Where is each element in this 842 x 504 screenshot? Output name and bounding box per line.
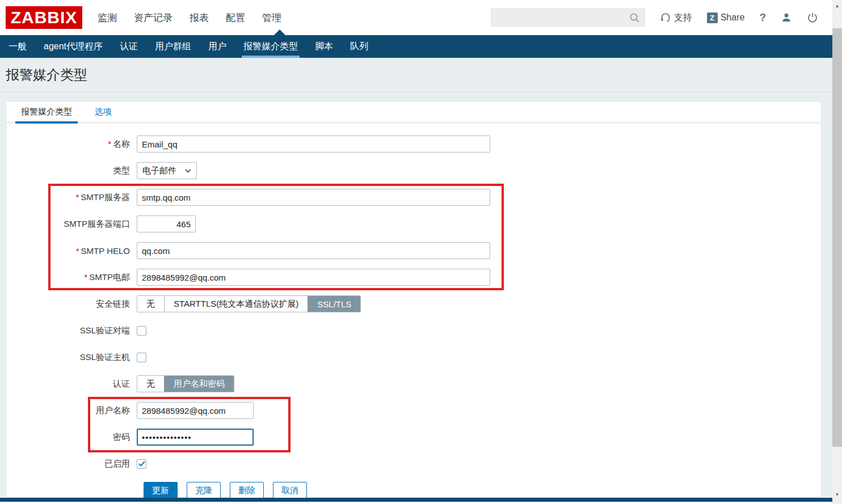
auth-segmented: 无 用户名和密码 [137,375,234,392]
subnav-media-types[interactable]: 报警媒介类型 [235,35,306,58]
type-select-value: 电子邮件 [142,166,176,176]
scrollbar-thumb[interactable] [832,28,842,447]
required-asterisk: * [84,272,87,282]
enabled-label: 已启用 [6,459,137,469]
ssl-verify-host-label: SSL验证主机 [6,352,137,363]
user-icon [781,12,792,23]
username-input[interactable] [137,402,254,419]
subnav-scripts[interactable]: 脚本 [306,35,342,58]
password-label: 密码 [6,432,137,443]
smtp-email-input[interactable] [137,269,490,286]
ssl-verify-host-row: SSL验证主机 [6,349,821,366]
auth-option-userpass[interactable]: 用户名和密码 [164,376,234,392]
profile-button[interactable] [781,12,792,23]
support-label: 支持 [674,12,692,24]
auth-row: 认证 无 用户名和密码 [6,375,821,392]
nav-configuration[interactable]: 配置 [226,11,245,24]
check-icon [138,461,145,467]
security-option-ssltls[interactable]: SSL/TLS [308,296,360,312]
smtp-port-input[interactable] [137,215,196,232]
subnav-user-groups[interactable]: 用户群组 [146,35,200,58]
required-asterisk: * [76,246,79,256]
search-input[interactable] [491,9,645,26]
logout-button[interactable] [807,12,818,23]
page-title: 报警媒介类型 [6,66,87,84]
smtp-server-row: *SMTP服务器 [6,189,821,206]
name-input[interactable] [137,135,490,153]
username-label: 用户名称 [6,405,137,416]
type-row: 类型 电子邮件 [6,162,821,179]
zabbix-app: ZABBIX 监测 资产记录 报表 配置 管理 [0,0,842,504]
enabled-checkbox[interactable] [137,459,146,469]
smtp-email-label: *SMTP电邮 [6,272,137,283]
smtp-email-row: *SMTP电邮 [6,269,821,286]
subnav-users[interactable]: 用户 [200,35,235,58]
active-nav-arrow [274,29,285,35]
smtp-helo-label: *SMTP HELO [6,246,137,256]
smtp-server-label: *SMTP服务器 [6,192,137,203]
security-label: 安全链接 [6,299,137,310]
zabbix-share-icon: Z [707,12,718,23]
scroll-down-arrow[interactable]: ▼ [832,490,842,499]
password-input[interactable] [137,429,254,446]
header-actions: 支持 Z Share ? [491,0,818,35]
nav-monitoring[interactable]: 监测 [98,11,117,24]
type-label: 类型 [6,166,137,176]
subnav-general[interactable]: 一般 [0,35,35,58]
smtp-helo-row: *SMTP HELO [6,242,821,259]
title-band: 报警媒介类型 [0,58,832,92]
enabled-row: 已启用 [6,455,821,472]
media-type-form: *名称 类型 电子邮件 *SMTP服务器 SMTP服务器端口 [6,123,821,499]
main-nav: 监测 资产记录 报表 配置 管理 [98,0,281,35]
smtp-port-row: SMTP服务器端口 [6,215,821,232]
ssl-verify-peer-label: SSL验证对端 [6,325,137,336]
bottom-bar [0,498,832,502]
update-button[interactable]: 更新 [144,482,178,499]
type-select[interactable]: 电子邮件 [137,162,197,179]
auth-option-none[interactable]: 无 [137,376,164,392]
security-row: 安全链接 无 STARTTLS(纯文本通信协议扩展) SSL/TLS [6,295,821,312]
smtp-port-label: SMTP服务器端口 [6,219,137,230]
subnav-queue[interactable]: 队列 [342,35,377,58]
tabbar: 报警媒介类型 选项 [6,101,821,123]
username-row: 用户名称 [6,402,821,419]
auth-label: 认证 [6,379,137,389]
scrollbar[interactable]: ▲ ▼ [832,0,842,504]
name-label: *名称 [6,139,137,150]
security-option-none[interactable]: 无 [137,296,164,312]
form-actions: 更新 克隆 删除 取消 [144,482,821,499]
support-link[interactable]: 支持 [660,12,692,24]
zabbix-logo[interactable]: ZABBIX [6,6,82,29]
nav-reports[interactable]: 报表 [190,11,209,24]
media-type-card: 报警媒介类型 选项 *名称 类型 电子邮件 *SMTP服务器 [6,101,822,498]
required-asterisk: * [108,139,111,149]
scroll-up-arrow[interactable]: ▲ [832,1,842,11]
help-button[interactable]: ? [759,11,766,24]
tab-media-type[interactable]: 报警媒介类型 [15,101,78,123]
ssl-verify-peer-row: SSL验证对端 [6,322,821,339]
security-segmented: 无 STARTTLS(纯文本通信协议扩展) SSL/TLS [137,295,361,312]
security-option-starttls[interactable]: STARTTLS(纯文本通信协议扩展) [164,296,308,312]
admin-subnav: 一般 agent代理程序 认证 用户群组 用户 报警媒介类型 脚本 队列 [0,35,832,58]
password-row: 密码 [6,429,821,446]
delete-button[interactable]: 删除 [230,482,264,499]
subnav-authentication[interactable]: 认证 [111,35,146,58]
top-header: ZABBIX 监测 资产记录 报表 配置 管理 [0,0,842,35]
cancel-button[interactable]: 取消 [273,482,307,499]
search-icon[interactable] [629,12,640,23]
subnav-proxies[interactable]: agent代理程序 [35,35,111,58]
share-link[interactable]: Z Share [707,12,745,23]
smtp-server-input[interactable] [137,189,490,206]
ssl-verify-peer-checkbox[interactable] [137,326,146,336]
tab-options[interactable]: 选项 [89,101,117,123]
smtp-helo-input[interactable] [137,242,490,259]
chevron-down-icon [185,169,191,173]
nav-inventory[interactable]: 资产记录 [134,11,172,24]
nav-administration[interactable]: 管理 [262,11,281,24]
power-icon [807,12,818,23]
search-box [491,9,645,27]
ssl-verify-host-checkbox[interactable] [137,353,146,362]
clone-button[interactable]: 克隆 [187,482,221,499]
share-label: Share [721,12,745,23]
headset-icon [660,12,671,23]
